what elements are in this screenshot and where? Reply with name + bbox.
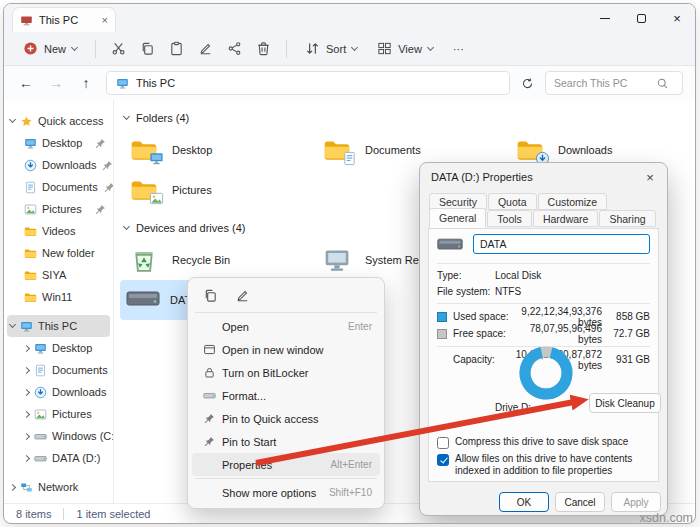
view-button[interactable]: View — [368, 36, 442, 62]
tab-general[interactable]: General — [429, 208, 486, 228]
menu-item-turn-on-bitlocker[interactable]: Turn on BitLocker — [192, 361, 380, 384]
folder-tile-pictures[interactable]: Pictures — [120, 170, 313, 210]
sidebar-item-siya[interactable]: SIYA — [7, 264, 110, 286]
tile-label: Recycle Bin — [172, 254, 230, 266]
address-bar[interactable]: This PC — [106, 71, 510, 95]
sidebar-item-videos[interactable]: Videos — [7, 220, 110, 242]
sidebar-item-label: DATA (D:) — [52, 452, 100, 464]
index-checkbox[interactable] — [437, 454, 449, 466]
sidebar-item-win11[interactable]: Win11 — [7, 286, 110, 308]
sidebar-item-label: Documents — [42, 181, 98, 193]
sidebar-item-new-folder[interactable]: New folder — [7, 242, 110, 264]
copy-button[interactable] — [134, 36, 161, 62]
sidebar-item-label: Desktop — [52, 342, 92, 354]
up-button[interactable]: ↑ — [76, 75, 96, 91]
sidebar-item-label: Documents — [52, 364, 108, 376]
sidebar-item-pc-documents[interactable]: Documents — [7, 359, 110, 381]
forward-button[interactable]: → — [46, 75, 66, 91]
sidebar-item-label: New folder — [42, 247, 95, 259]
ok-button[interactable]: OK — [499, 492, 549, 512]
sidebar-item-label: Pictures — [42, 203, 82, 215]
sidebar-item-windows-c[interactable]: Windows (C:) — [7, 425, 110, 447]
menu-item-open[interactable]: Open Enter — [192, 315, 380, 338]
sidebar-item-network[interactable]: Network — [7, 476, 110, 498]
search-icon — [656, 77, 669, 90]
tab-tools[interactable]: Tools — [487, 210, 532, 227]
free-space-bytes: 78,07,95,96,496 bytes — [511, 323, 602, 345]
sidebar-item-label: This PC — [38, 320, 77, 332]
folder-icon — [24, 225, 37, 238]
copy-button[interactable] — [196, 283, 224, 307]
folder-tile-desktop[interactable]: Desktop — [120, 130, 313, 170]
dialog-title: DATA (D:) Properties — [431, 171, 533, 183]
delete-button[interactable] — [250, 36, 277, 62]
menu-item-properties[interactable]: Properties Alt+Enter — [192, 453, 380, 476]
more-options-button[interactable]: ··· — [444, 36, 473, 62]
free-space-row: Free space: 78,07,95,96,496 bytes 72.7 G… — [437, 327, 650, 340]
pictures-folder-icon — [126, 176, 162, 204]
volume-label-input[interactable] — [473, 234, 650, 254]
maximize-icon — [637, 14, 646, 23]
dialog-close-button[interactable]: × — [633, 163, 667, 191]
compress-checkbox[interactable] — [437, 437, 449, 449]
sidebar-item-pc-pictures[interactable]: Pictures — [7, 403, 110, 425]
sidebar-item-pc-desktop[interactable]: Desktop — [7, 337, 110, 359]
tab-hardware[interactable]: Hardware — [533, 210, 599, 227]
rename-button[interactable] — [192, 36, 219, 62]
sidebar-item-downloads[interactable]: Downloads — [7, 154, 110, 176]
rename-icon — [198, 41, 213, 56]
tile-label: Desktop — [172, 144, 212, 156]
share-button[interactable] — [221, 36, 248, 62]
back-button[interactable]: ← — [16, 75, 36, 91]
tab-quota[interactable]: Quota — [488, 193, 537, 210]
sidebar-item-this-pc[interactable]: This PC — [7, 315, 110, 337]
sidebar-item-pictures[interactable]: Pictures — [7, 198, 110, 220]
sort-button[interactable]: Sort — [296, 36, 366, 62]
dialog-tabs-front-row: General Tools Hardware Sharing — [429, 210, 656, 228]
drive-icon — [196, 389, 222, 402]
cut-button[interactable] — [105, 36, 132, 62]
sidebar-item-data-d[interactable]: DATA (D:) — [7, 447, 110, 469]
sidebar-item-documents[interactable]: Documents — [7, 176, 110, 198]
disk-usage-donut-chart — [517, 344, 575, 402]
downloads-folder-icon — [512, 136, 548, 164]
sidebar-item-desktop[interactable]: Desktop — [7, 132, 110, 154]
chevron-down-icon — [427, 43, 434, 50]
minimize-button[interactable] — [587, 4, 623, 32]
search-box[interactable] — [545, 71, 683, 95]
new-button[interactable]: New — [14, 36, 86, 62]
tab-close-icon[interactable]: × — [102, 14, 108, 26]
sidebar-item-pc-downloads[interactable]: Downloads — [7, 381, 110, 403]
rename-button[interactable] — [228, 283, 256, 307]
folder-icon — [24, 247, 37, 260]
context-menu: Open Enter Open in new window Turn on Bi… — [187, 277, 385, 509]
menu-item-pin-to-start[interactable]: Pin to Start — [192, 430, 380, 453]
menu-item-open-new-window[interactable]: Open in new window — [192, 338, 380, 361]
menu-item-show-more-options[interactable]: Show more options Shift+F10 — [192, 481, 380, 504]
maximize-button[interactable] — [623, 4, 659, 32]
sort-icon — [305, 41, 320, 56]
paste-button[interactable] — [163, 36, 190, 62]
cancel-button[interactable]: Cancel — [555, 492, 605, 512]
titlebar: This PC × × — [4, 4, 695, 32]
pin-icon — [94, 137, 107, 150]
close-button[interactable]: × — [659, 4, 695, 32]
tab-sharing[interactable]: Sharing — [599, 210, 655, 227]
refresh-button[interactable] — [520, 70, 535, 96]
paste-icon — [169, 41, 184, 56]
menu-item-format[interactable]: Format... — [192, 384, 380, 407]
tab-customize[interactable]: Customize — [538, 193, 608, 210]
sidebar-item-quick-access[interactable]: Quick access — [7, 110, 110, 132]
apply-button[interactable]: Apply — [611, 492, 661, 512]
search-input[interactable] — [554, 77, 650, 89]
tab-this-pc[interactable]: This PC × — [12, 7, 116, 32]
divider — [7, 469, 110, 476]
menu-item-label: Show more options — [222, 487, 329, 499]
menu-item-label: Pin to Start — [222, 436, 372, 448]
disk-cleanup-button[interactable]: Disk Cleanup — [589, 393, 661, 413]
device-tile-recycle-bin[interactable]: Recycle Bin — [120, 240, 313, 280]
menu-item-pin-to-quick-access[interactable]: Pin to Quick access — [192, 407, 380, 430]
divider — [286, 40, 287, 58]
menu-item-label: Pin to Quick access — [222, 413, 372, 425]
section-header-folders[interactable]: Folders (4) — [124, 112, 695, 124]
